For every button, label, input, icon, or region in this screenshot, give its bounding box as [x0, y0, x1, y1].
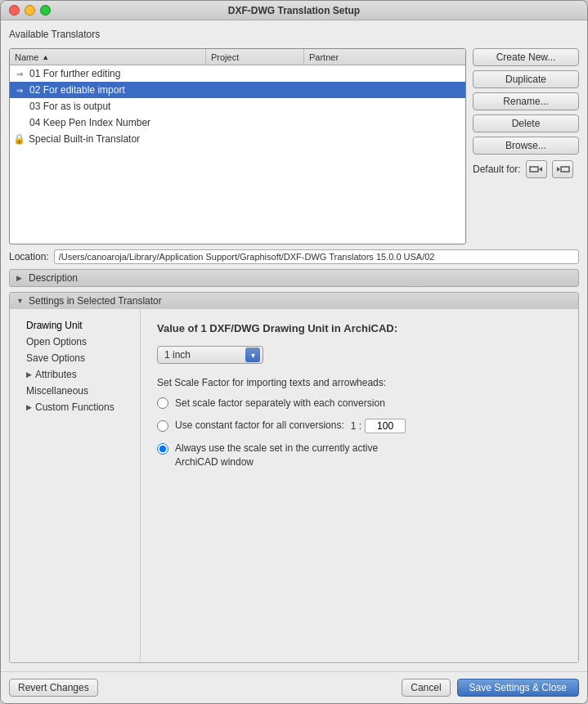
content-title: Value of 1 DXF/DWG Drawing Unit in Archi…	[157, 322, 562, 334]
nav-arrow-custom: ▶	[26, 403, 32, 411]
svg-rect-2	[561, 167, 569, 172]
svg-marker-1	[539, 167, 542, 172]
export-arrow-icon	[555, 164, 570, 175]
duplicate-button[interactable]: Duplicate	[473, 70, 579, 88]
settings-content: Value of 1 DXF/DWG Drawing Unit in Archi…	[141, 309, 578, 662]
close-button[interactable]	[9, 5, 20, 16]
column-name[interactable]: Name ▲	[10, 49, 206, 65]
translators-area: Name ▲ Project Partner ⇒ 01 For further …	[9, 48, 579, 244]
sort-arrow-name: ▲	[42, 53, 49, 61]
disclosure-down-arrow: ▼	[16, 297, 25, 305]
arrow-icon: ⇒	[13, 83, 26, 96]
radio-label-constant: Use constant factor for all conversions:	[175, 419, 344, 433]
scale-title: Set Scale Factor for importing texts and…	[157, 377, 562, 388]
location-value: /Users/canoaroja/Library/Application Sup…	[54, 249, 579, 264]
window-controls	[9, 5, 51, 16]
description-section: ▶ Description	[9, 269, 579, 287]
nav-item-drawing-unit[interactable]: Drawing Unit	[10, 317, 140, 334]
list-items: ⇒ 01 For further editing ⇒ 02 For editab…	[10, 65, 465, 244]
settings-body: Drawing Unit Open Options Save Options ▶…	[10, 309, 578, 662]
spacer-icon	[13, 116, 26, 129]
lock-icon: 🔒	[13, 133, 25, 145]
location-label: Location:	[9, 251, 49, 262]
browse-button[interactable]: Browse...	[473, 137, 579, 155]
dropdown-row: 1 inch 1 foot 1 mm 1 cm 1 m ▾	[157, 346, 562, 364]
arrow-icon: ⇒	[13, 67, 26, 80]
default-icon-btn-2[interactable]	[552, 160, 573, 178]
footer-right: Cancel Save Settings & Close	[402, 679, 579, 697]
radio-active-line1: Always use the scale set in the currentl…	[175, 442, 378, 455]
radio-group: Set scale factor separately with each co…	[157, 397, 562, 469]
footer: Revert Changes Cancel Save Settings & Cl…	[1, 671, 587, 703]
radio-separate[interactable]	[157, 397, 168, 409]
titlebar: DXF-DWG Translation Setup	[1, 1, 587, 20]
description-title: Description	[29, 272, 78, 284]
minimize-button[interactable]	[25, 5, 35, 16]
radio-label-separate: Set scale factor separately with each co…	[175, 397, 385, 410]
default-icon-btn-1[interactable]	[526, 160, 547, 178]
unit-select-wrapper: 1 inch 1 foot 1 mm 1 cm 1 m ▾	[157, 346, 263, 364]
radio-active-line2: ArchiCAD window	[175, 455, 378, 469]
import-arrow-icon	[529, 164, 544, 175]
nav-arrow-attributes: ▶	[26, 370, 32, 379]
main-window: DXF-DWG Translation Setup Available Tran…	[0, 0, 588, 704]
nav-item-custom-functions[interactable]: ▶ Custom Functions	[10, 399, 140, 415]
scale-section: Set Scale Factor for importing texts and…	[157, 377, 562, 469]
settings-title: Settings in Selected Translator	[29, 295, 162, 307]
radio-item-separate: Set scale factor separately with each co…	[157, 397, 562, 410]
cancel-button[interactable]: Cancel	[402, 679, 450, 697]
settings-section: ▼ Settings in Selected Translator Drawin…	[9, 292, 579, 663]
translators-list-container: Name ▲ Project Partner ⇒ 01 For further …	[9, 48, 466, 244]
nav-item-save-options[interactable]: Save Options	[10, 350, 140, 366]
available-translators-label: Available Translators	[9, 29, 579, 40]
radio-constant[interactable]	[157, 420, 168, 432]
factor-input: 1 :	[351, 419, 406, 433]
delete-button[interactable]: Delete	[473, 114, 579, 132]
svg-marker-3	[557, 167, 560, 172]
radio-label-active: Always use the scale set in the currentl…	[175, 442, 378, 469]
nav-item-attributes[interactable]: ▶ Attributes	[10, 366, 140, 383]
window-title: DXF-DWG Translation Setup	[228, 5, 360, 16]
factor-prefix: 1 :	[351, 420, 361, 432]
list-header: Name ▲ Project Partner	[10, 49, 465, 65]
save-button[interactable]: Save Settings & Close	[457, 679, 579, 697]
settings-nav: Drawing Unit Open Options Save Options ▶…	[10, 309, 141, 662]
nav-item-miscellaneous[interactable]: Miscellaneous	[10, 383, 140, 399]
location-bar: Location: /Users/canoaroja/Library/Appli…	[9, 249, 579, 264]
column-partner[interactable]: Partner	[304, 49, 465, 65]
rename-button[interactable]: Rename...	[473, 92, 579, 110]
radio-item-constant: Use constant factor for all conversions:…	[157, 419, 562, 433]
list-item[interactable]: 🔒 Special Built-in Translator	[10, 131, 465, 147]
title-suffix: ArchiCAD:	[343, 322, 397, 334]
title-prefix: Value of 1 DXF/DWG Drawing Unit	[157, 322, 328, 334]
default-for-row: Default for:	[473, 160, 579, 178]
radio-active[interactable]	[157, 443, 168, 455]
description-disclosure-header[interactable]: ▶ Description	[10, 270, 578, 286]
revert-button[interactable]: Revert Changes	[9, 679, 98, 697]
buttons-panel: Create New... Duplicate Rename... Delete…	[473, 48, 579, 244]
column-project[interactable]: Project	[206, 49, 304, 65]
nav-item-open-options[interactable]: Open Options	[10, 334, 140, 350]
list-item[interactable]: 03 For as is output	[10, 98, 465, 114]
create-new-button[interactable]: Create New...	[473, 48, 579, 66]
title-in-bold: in	[331, 322, 341, 334]
list-item[interactable]: ⇒ 02 For editable import	[10, 82, 465, 98]
list-item[interactable]: 04 Keep Pen Index Number	[10, 114, 465, 131]
maximize-button[interactable]	[40, 5, 51, 16]
factor-value[interactable]	[365, 419, 406, 433]
svg-rect-0	[530, 167, 538, 172]
settings-header: ▼ Settings in Selected Translator	[10, 293, 578, 309]
unit-select[interactable]: 1 inch 1 foot 1 mm 1 cm 1 m	[157, 346, 263, 364]
spacer-icon	[13, 100, 26, 113]
disclosure-right-arrow: ▶	[16, 274, 25, 282]
main-content: Available Translators Name ▲ Project Par…	[1, 20, 587, 671]
default-for-label: Default for:	[473, 164, 521, 175]
radio-item-active: Always use the scale set in the currentl…	[157, 442, 562, 469]
list-item[interactable]: ⇒ 01 For further editing	[10, 65, 465, 82]
